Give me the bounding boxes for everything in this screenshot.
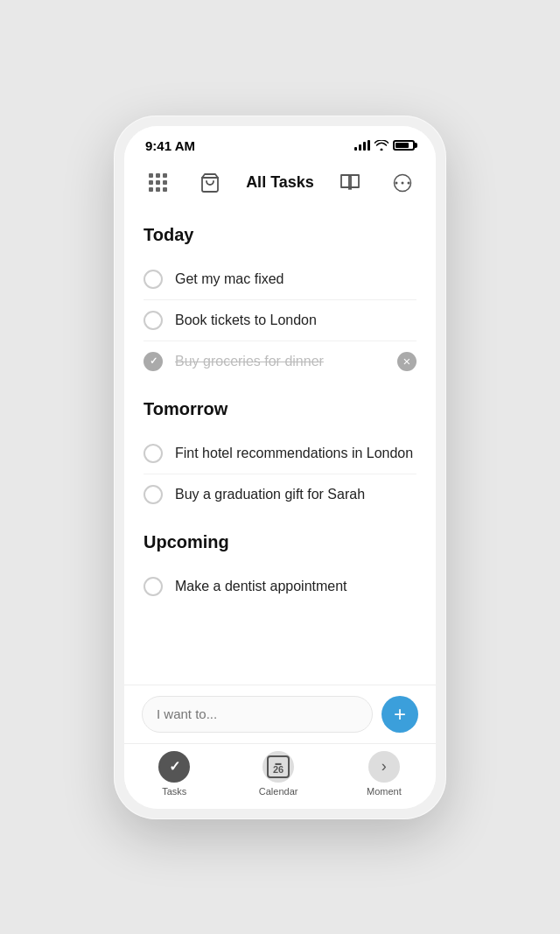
tab-calendar[interactable]: ▬ 26 Calendar (259, 751, 298, 797)
task-label: Fint hotel recommendations in London (175, 446, 416, 461)
tab-moment-label: Moment (367, 786, 402, 797)
more-icon (393, 173, 412, 193)
tab-bar: ✓ Tasks ▬ 26 Calendar › Moment (124, 743, 436, 809)
task-checkbox[interactable] (144, 577, 163, 596)
task-item[interactable]: Book tickets to London (144, 300, 416, 341)
signal-icon (354, 140, 370, 151)
input-bar: + (124, 685, 436, 743)
phone-screen: 9:41 AM (124, 126, 436, 809)
toolbar: All Tasks (124, 160, 436, 209)
task-label: Book tickets to London (175, 313, 416, 328)
book-button[interactable] (334, 167, 366, 199)
task-delete-button[interactable] (397, 352, 416, 371)
task-item[interactable]: Buy a graduation gift for Sarah (144, 474, 416, 515)
page-title: All Tasks (246, 173, 314, 192)
task-label-completed: Buy groceries for dinner (175, 354, 385, 369)
calendar-tab-icon: ▬ 26 (262, 751, 294, 783)
calendar-icon: ▬ 26 (267, 755, 290, 778)
grid-icon (149, 173, 167, 192)
tab-tasks[interactable]: ✓ Tasks (158, 751, 190, 797)
tab-calendar-label: Calendar (259, 786, 298, 797)
battery-icon (393, 140, 415, 151)
tab-tasks-label: Tasks (162, 786, 186, 797)
section-header-today: Today (144, 225, 416, 245)
status-icons (354, 140, 415, 151)
svg-point-1 (395, 181, 397, 184)
book-icon (340, 172, 360, 193)
basket-icon (200, 172, 220, 193)
basket-button[interactable] (194, 167, 226, 199)
phone-frame: 9:41 AM (114, 116, 446, 819)
wifi-icon (374, 140, 388, 151)
section-header-upcoming: Upcoming (144, 532, 416, 552)
svg-point-3 (407, 181, 410, 184)
task-checkbox-completed[interactable] (144, 352, 163, 371)
svg-point-2 (401, 181, 403, 184)
task-input[interactable] (142, 696, 373, 733)
task-item[interactable]: Make a dentist appointment (144, 566, 416, 607)
tasks-tab-icon: ✓ (158, 751, 190, 783)
task-item[interactable]: Get my mac fixed (144, 259, 416, 300)
task-label: Buy a graduation gift for Sarah (175, 487, 416, 502)
task-item-completed[interactable]: Buy groceries for dinner (144, 341, 416, 382)
moment-tab-icon: › (368, 751, 400, 783)
task-label: Get my mac fixed (175, 271, 416, 287)
task-checkbox[interactable] (144, 444, 163, 463)
task-checkbox[interactable] (144, 270, 163, 289)
section-header-tomorrow: Tomorrow (144, 399, 416, 419)
section-upcoming: Upcoming Make a dentist appointment (144, 532, 416, 607)
status-bar: 9:41 AM (124, 126, 436, 160)
moment-icon: › (382, 757, 387, 776)
tab-moment[interactable]: › Moment (367, 751, 402, 797)
task-checkbox[interactable] (144, 485, 163, 504)
task-label: Make a dentist appointment (175, 579, 416, 594)
more-button[interactable] (387, 167, 418, 199)
add-task-button[interactable]: + (382, 696, 418, 733)
task-list-container: Today Get my mac fixed Book tickets to L… (124, 209, 436, 685)
section-tomorrow: Tomorrow Fint hotel recommendations in L… (144, 399, 416, 515)
section-today: Today Get my mac fixed Book tickets to L… (144, 225, 416, 382)
task-item[interactable]: Fint hotel recommendations in London (144, 433, 416, 474)
input-row: + (142, 696, 418, 733)
status-time: 9:41 AM (145, 138, 195, 153)
grid-menu-button[interactable] (142, 167, 173, 199)
task-checkbox[interactable] (144, 311, 163, 330)
